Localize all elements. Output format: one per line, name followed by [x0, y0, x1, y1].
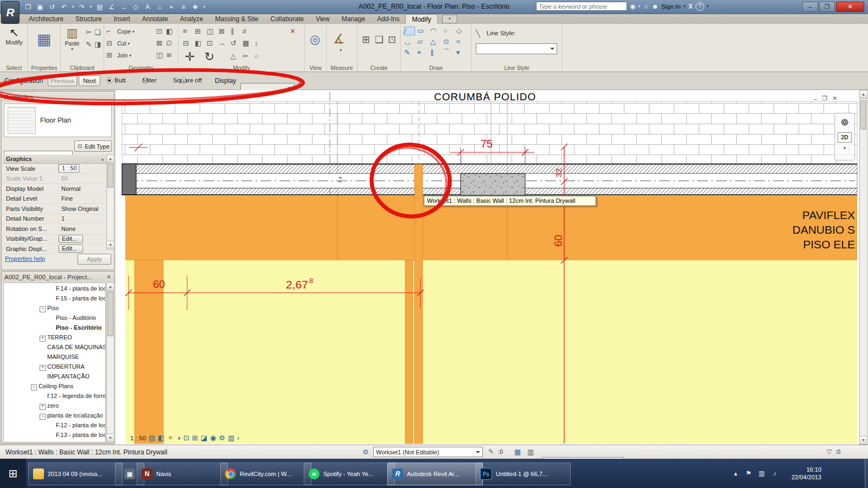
- design-options-icon[interactable]: ▦: [514, 448, 521, 456]
- section-collapse-icon[interactable]: ▴: [101, 157, 104, 162]
- pin-icon[interactable]: ▦: [242, 39, 252, 48]
- vcb-expand-icon[interactable]: ‹: [237, 434, 239, 442]
- minimize-button[interactable]: –: [802, 2, 818, 12]
- taskbar-item-photoshop[interactable]: Ps Untitled-1 @ 66,7...: [475, 463, 571, 485]
- tree-item[interactable]: IMPLANTAÇÃO: [47, 373, 90, 382]
- tab-add-ins[interactable]: Add-Ins: [371, 14, 405, 24]
- modify-extra-1-icon[interactable]: △: [231, 52, 240, 61]
- favorites-icon[interactable]: ☆: [643, 3, 649, 10]
- paint-icon[interactable]: ◫: [156, 51, 165, 60]
- wall-joins-icon[interactable]: ⊡: [156, 27, 165, 36]
- match-type-icon[interactable]: ✎: [86, 40, 95, 49]
- tab-modify[interactable]: Modify: [405, 14, 437, 24]
- show-crop-region-icon[interactable]: ⊞: [192, 434, 198, 442]
- cope-button[interactable]: ⌐ Cope ▾: [106, 27, 135, 36]
- tree-item[interactable]: planta de localização: [47, 412, 103, 421]
- scrollbar-thumb[interactable]: [107, 292, 113, 336]
- draw-parallelogram-icon[interactable]: ▱: [417, 37, 428, 46]
- taskbar-item-folder[interactable]: 2013 04 09 (revisa...: [28, 463, 123, 485]
- create-group-icon[interactable]: ⊞: [362, 34, 370, 46]
- help-icon[interactable]: ?: [695, 2, 704, 11]
- tab-massing-site[interactable]: Massing & Site: [209, 14, 264, 24]
- mirror-axis-icon[interactable]: ⊠: [219, 27, 228, 36]
- property-row[interactable]: Detail LevelFine: [3, 194, 106, 204]
- panel-label-geometry[interactable]: Geometry: [104, 65, 178, 71]
- visibility-edit-button[interactable]: Edit...: [59, 235, 83, 243]
- taskbar-item-revit[interactable]: R Autodesk Revit Ar...: [387, 463, 483, 485]
- scrollbar-thumb[interactable]: [107, 164, 113, 188]
- draw-partial-arc-icon[interactable]: ⌒: [443, 48, 454, 57]
- scroll-down-icon[interactable]: ▾: [860, 436, 867, 444]
- scroll-up-icon[interactable]: ▴: [107, 283, 114, 291]
- nav-expand-icon[interactable]: ▾: [835, 145, 854, 151]
- draw-arc-icon[interactable]: ◠: [430, 27, 441, 35]
- panel-label-clipboard[interactable]: Clipboard: [61, 65, 104, 71]
- tab-insert[interactable]: Insert: [108, 14, 136, 24]
- collapse-icon[interactable]: −: [40, 306, 46, 312]
- tab-collaborate[interactable]: Collaborate: [265, 14, 310, 24]
- show-hidden-icons[interactable]: ▴: [731, 470, 740, 477]
- panel-label-properties[interactable]: Properties: [28, 65, 60, 71]
- draw-pick-point-icon[interactable]: ⌖: [417, 48, 428, 57]
- draw-fillet-arc-icon[interactable]: ◡: [404, 37, 415, 46]
- previous-button[interactable]: Previous: [48, 75, 77, 86]
- tab-manage[interactable]: Manage: [336, 14, 371, 24]
- view-minimize-icon[interactable]: –: [814, 95, 817, 102]
- join-button[interactable]: ⊞ Join ▾: [106, 51, 131, 60]
- worksets-icon[interactable]: ⚙: [362, 448, 369, 456]
- tab-structure[interactable]: Structure: [69, 14, 108, 24]
- collapse-icon[interactable]: −: [31, 384, 37, 390]
- offset-icon[interactable]: ⊞: [195, 27, 204, 36]
- tab-analyze[interactable]: Analyze: [174, 14, 209, 24]
- scroll-up-icon[interactable]: ▴: [860, 91, 867, 99]
- steering-wheel-icon[interactable]: ☸: [835, 117, 854, 129]
- butt-radio-label[interactable]: Butt: [114, 77, 125, 84]
- graphics-section-header[interactable]: Graphics ▴: [3, 155, 106, 164]
- taskbar-item-chrome[interactable]: RevitCity.com | W...: [220, 463, 311, 485]
- sun-path-icon[interactable]: ☀: [167, 434, 174, 442]
- exchange-apps-icon[interactable]: X: [688, 3, 693, 10]
- draw-pick-walls-icon[interactable]: ∥: [430, 48, 441, 57]
- close-icon[interactable]: ✕: [107, 274, 111, 280]
- project-browser-header[interactable]: A002_PE_R00_local - Project... ✕: [2, 272, 114, 282]
- draw-rectangle-icon[interactable]: ▭: [417, 27, 428, 35]
- butt-radio[interactable]: [106, 78, 112, 84]
- active-workset-select[interactable]: Workset1 (Not Editable): [373, 447, 483, 457]
- tab-view[interactable]: View: [310, 14, 336, 24]
- sign-in-dropdown-icon[interactable]: ▾: [684, 4, 686, 9]
- browser-scrollbar[interactable]: ▴ ▾: [106, 282, 114, 442]
- trim-extend-single-icon[interactable]: ◧: [195, 39, 204, 48]
- tab-annotate[interactable]: Annotate: [136, 14, 174, 24]
- tree-item-selected[interactable]: Piso - Escritório: [56, 324, 101, 333]
- taskbar-item-navisworks[interactable]: N Navis: [137, 463, 228, 485]
- property-row[interactable]: Parts VisibilityShow Original: [3, 204, 106, 214]
- cut-button[interactable]: ⊟ Cut ▾: [106, 39, 130, 48]
- tree-item[interactable]: zero: [47, 402, 59, 412]
- properties-scrollbar[interactable]: ▴ ▾: [106, 155, 114, 249]
- sign-in-icon[interactable]: ☻: [652, 3, 659, 10]
- properties-help-link[interactable]: Properties help: [5, 255, 45, 262]
- filter-icon[interactable]: ▽: [827, 448, 832, 455]
- beam-joins-icon[interactable]: ◧: [166, 27, 175, 36]
- align-icon[interactable]: ≡: [183, 27, 192, 36]
- maximize-button[interactable]: ❐: [819, 2, 835, 12]
- visual-style-icon[interactable]: ◧: [158, 434, 164, 442]
- tree-item[interactable]: Piso: [47, 305, 59, 314]
- scroll-up-icon[interactable]: ▴: [107, 155, 114, 163]
- collapse-icon[interactable]: −: [40, 414, 46, 420]
- type-selector-box[interactable]: Floor Plan: [4, 104, 112, 137]
- next-button[interactable]: Next: [79, 75, 100, 86]
- delete-icon[interactable]: ✕: [290, 27, 299, 36]
- tree-item[interactable]: f.12 - legenda de forros: [47, 393, 106, 402]
- action-center-icon[interactable]: ⚑: [744, 470, 753, 477]
- worksharing-display-icon[interactable]: ⚙: [219, 434, 225, 442]
- measure-dropdown-icon[interactable]: ▾: [340, 48, 342, 53]
- split-face-icon[interactable]: ≋: [166, 51, 175, 60]
- panel-label-modify[interactable]: Modify: [178, 65, 304, 71]
- tab-architecture[interactable]: Architecture: [23, 14, 69, 24]
- property-row[interactable]: Graphic Displ...Edit...: [3, 244, 106, 254]
- crop-view-icon[interactable]: ⊡: [183, 434, 189, 442]
- help-dropdown-icon[interactable]: ▾: [707, 4, 709, 9]
- drywall-wall-plan[interactable]: [414, 164, 423, 444]
- draw-ellipse-icon[interactable]: ⊙: [443, 37, 454, 46]
